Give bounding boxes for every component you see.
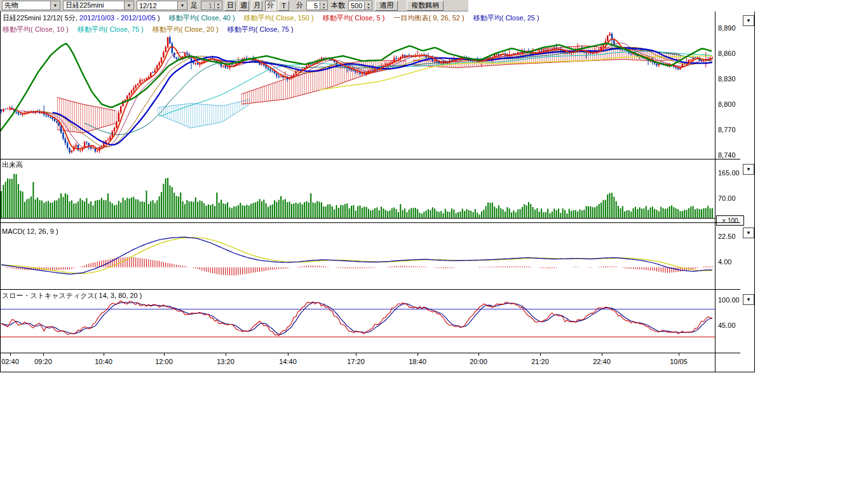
- y-axis-label: 8,830: [718, 75, 743, 83]
- time-label: 14:40: [279, 358, 297, 365]
- divider: [0, 222, 740, 223]
- divider: [0, 289, 740, 290]
- y-axis-label: 165.00: [718, 169, 743, 177]
- period-day-button[interactable]: 日: [225, 1, 236, 11]
- stepper-down-button[interactable]: ▼: [320, 6, 327, 10]
- y-axis-label: 8,770: [718, 126, 743, 133]
- app-window: 先物 ▼ 日経225mini ▼ 12/12 ▼ 足 1 ▲▼ 日 週 月 分 …: [0, 0, 868, 488]
- chart-canvas: [0, 11, 715, 355]
- stepper-arrows: ▲▼: [214, 2, 222, 10]
- ashi-label: 足: [190, 1, 198, 10]
- chevron-down-icon: ▼: [746, 18, 751, 24]
- indicator-label: 移動平均( Close, 40 ): [169, 14, 235, 22]
- symbol-dropdown[interactable]: 日経225mini ▼: [63, 1, 134, 10]
- period-minute-button[interactable]: 分: [265, 1, 276, 11]
- volume-panel-title: 出来高: [2, 160, 23, 170]
- chevron-down-icon: ▼: [746, 230, 751, 236]
- time-label: 21:20: [531, 358, 549, 365]
- stoch-panel-dropdown-button[interactable]: ▼: [743, 294, 754, 305]
- date-dropdown-value: 12/12: [137, 2, 177, 10]
- indicator-label: 移動平均( Close, 20 ): [153, 25, 219, 33]
- price-panel-dropdown-button[interactable]: ▼: [743, 15, 754, 26]
- volume-multiplier-badge: × 100: [716, 215, 744, 226]
- time-label: 17:20: [347, 358, 365, 365]
- axis-tick: [10, 353, 11, 356]
- bars-count-stepper[interactable]: 500 ▲▼: [348, 1, 372, 10]
- period-tick-button[interactable]: T: [278, 1, 289, 11]
- period-week-button[interactable]: 週: [238, 1, 249, 11]
- market-dropdown-value: 先物: [3, 1, 50, 10]
- chart-bottom-border: [0, 372, 755, 372]
- axis-tick: [43, 353, 44, 356]
- stepper-value: 1: [201, 2, 214, 10]
- minute-count-stepper[interactable]: 5 ▲▼: [306, 1, 328, 10]
- date-dropdown[interactable]: 12/12 ▼: [137, 1, 187, 10]
- time-label: 22:40: [593, 358, 611, 365]
- macd-panel-title: MACD( 12, 26, 9 ): [2, 227, 58, 235]
- divider: [0, 159, 740, 159]
- period-month-button[interactable]: 月: [252, 1, 262, 11]
- macd-panel-dropdown-button[interactable]: ▼: [743, 227, 754, 238]
- y-axis-label: 100.00: [718, 296, 743, 304]
- chevron-down-icon: ▼: [50, 1, 60, 10]
- axis-tick: [356, 353, 356, 356]
- axis-tick: [164, 353, 165, 356]
- stepper-arrows: ▲▼: [320, 2, 327, 10]
- stoch-panel-title: スロー・ストキャスティクス( 14, 3, 80, 20 ): [2, 291, 142, 301]
- axis-tick: [478, 353, 479, 356]
- stepper-down-button[interactable]: ▼: [365, 6, 372, 10]
- y-axis-label: 8,890: [718, 24, 743, 32]
- y-axis-label: 70.00: [718, 194, 743, 202]
- chevron-down-icon: ▼: [746, 166, 751, 172]
- chart-right-border: [754, 11, 755, 372]
- plot-right-border: [715, 11, 715, 372]
- y-axis-label: 8,800: [718, 100, 743, 108]
- volume-panel-dropdown-button[interactable]: ▼: [743, 164, 754, 175]
- y-axis-label: 4.00: [718, 258, 743, 266]
- time-label: 13:20: [217, 358, 234, 365]
- time-label: 10:40: [95, 358, 112, 365]
- market-dropdown[interactable]: 先物 ▼: [2, 1, 60, 10]
- axis-tick: [417, 353, 418, 356]
- axis-tick: [226, 353, 226, 356]
- time-label: 20:00: [470, 358, 487, 365]
- indicator-label: 移動平均( Close, 75 ): [78, 25, 144, 33]
- indicator-label: 2012/10/03 - 2012/10/05: [79, 14, 156, 22]
- apply-button[interactable]: 適用: [375, 1, 398, 11]
- indicator-label: 一目均衡表( 9, 26, 52 ): [393, 14, 464, 22]
- y-axis-label: 8,860: [718, 50, 743, 57]
- chart-left-border: [0, 11, 1, 372]
- time-label: 18:40: [409, 358, 426, 365]
- toolbar: 先物 ▼ 日経225mini ▼ 12/12 ▼ 足 1 ▲▼ 日 週 月 分 …: [0, 0, 468, 11]
- chart-header-line2: 移動平均( Close, 10 )移動平均( Close, 75 )移動平均( …: [3, 25, 294, 34]
- time-label: 02:40: [1, 358, 19, 365]
- indicator-label: 移動平均( Close, 25 ): [473, 14, 539, 22]
- stepper-arrows: ▲▼: [364, 2, 372, 10]
- chevron-down-icon: ▼: [124, 1, 133, 10]
- stepper-down-button[interactable]: ▼: [215, 6, 222, 10]
- indicator-label: 移動平均( Close, 10 ): [3, 25, 69, 33]
- axis-tick: [679, 353, 679, 356]
- axis-line: [0, 353, 740, 353]
- chart-header-line1: 日経225mini 12/12( 5分, 2012/10/03 - 2012/1…: [3, 13, 539, 23]
- time-label: 10/05: [670, 358, 688, 365]
- axis-tick: [540, 353, 541, 356]
- indicator-label: ): [156, 14, 160, 22]
- y-axis-label: 22.50: [718, 233, 743, 240]
- stepper-value: 5: [307, 2, 320, 10]
- ashi-count-stepper[interactable]: 1 ▲▼: [201, 1, 222, 10]
- bars-label: 本数: [330, 1, 346, 10]
- y-axis-label: 8,740: [718, 151, 743, 159]
- multi-symbol-button[interactable]: 複数銘柄: [407, 1, 444, 11]
- time-label: 12:00: [155, 358, 173, 365]
- indicator-label: 移動平均( Close, 150 ): [244, 14, 314, 22]
- y-axis-label: 45.00: [718, 322, 743, 329]
- axis-tick: [288, 353, 288, 356]
- axis-tick: [602, 353, 602, 356]
- axis-tick: [104, 353, 104, 356]
- stepper-value: 500: [349, 2, 364, 10]
- time-label: 09:20: [34, 358, 52, 365]
- chevron-down-icon: ▼: [177, 1, 187, 10]
- symbol-dropdown-value: 日経225mini: [64, 1, 124, 10]
- indicator-label: 日経225mini 12/12( 5分,: [3, 14, 79, 22]
